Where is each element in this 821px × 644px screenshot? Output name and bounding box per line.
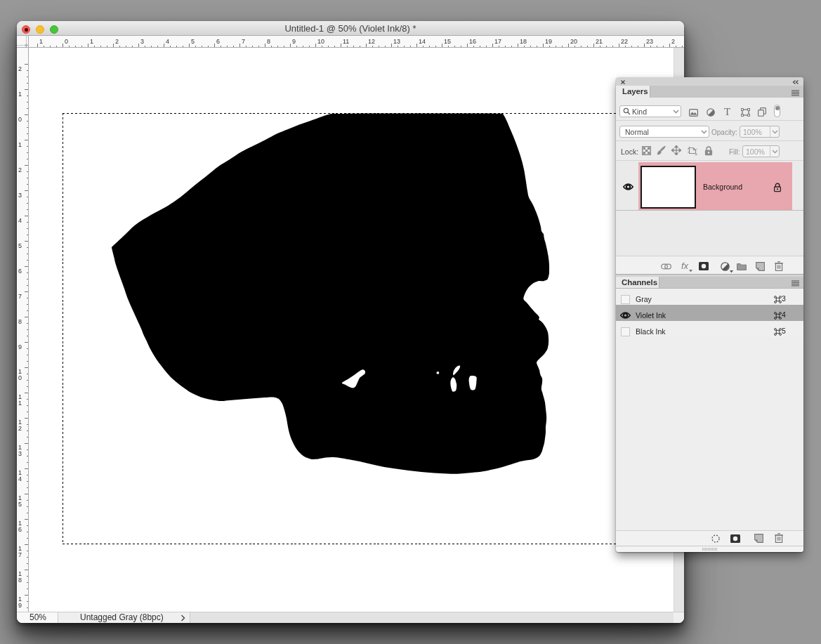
- svg-text:5: 5: [18, 501, 22, 508]
- svg-text:3: 3: [18, 450, 22, 457]
- svg-text:3: 3: [18, 192, 22, 199]
- svg-text:1: 1: [18, 141, 22, 148]
- svg-text:6: 6: [18, 268, 22, 275]
- svg-text:4: 4: [18, 475, 22, 482]
- svg-text:16: 16: [469, 38, 476, 45]
- svg-text:22: 22: [621, 38, 628, 45]
- svg-text:2: 2: [671, 38, 675, 45]
- svg-text:7: 7: [18, 551, 22, 558]
- svg-text:15: 15: [444, 38, 451, 45]
- svg-text:5: 5: [191, 38, 195, 45]
- svg-text:12: 12: [368, 38, 375, 45]
- svg-text:9: 9: [292, 38, 296, 45]
- svg-text:2: 2: [18, 65, 22, 72]
- svg-text:6: 6: [18, 526, 22, 533]
- svg-text:10: 10: [317, 38, 324, 45]
- svg-text:2: 2: [18, 166, 22, 173]
- svg-text:17: 17: [494, 38, 501, 45]
- svg-text:8: 8: [18, 318, 22, 325]
- svg-text:11: 11: [343, 38, 349, 45]
- svg-text:8: 8: [18, 577, 22, 584]
- svg-text:1: 1: [90, 38, 93, 45]
- svg-text:5: 5: [18, 242, 22, 249]
- svg-text:0: 0: [18, 374, 22, 381]
- svg-text:6: 6: [216, 38, 220, 45]
- svg-text:3: 3: [140, 38, 144, 45]
- svg-text:19: 19: [545, 38, 552, 45]
- svg-text:20: 20: [570, 38, 577, 45]
- svg-text:2: 2: [18, 425, 22, 432]
- svg-text:9: 9: [18, 602, 22, 609]
- svg-text:13: 13: [393, 38, 400, 45]
- svg-text:7: 7: [242, 38, 245, 45]
- svg-text:7: 7: [18, 293, 22, 300]
- svg-text:0: 0: [18, 116, 22, 123]
- svg-text:18: 18: [520, 38, 527, 45]
- svg-text:1: 1: [18, 400, 22, 407]
- svg-text:23: 23: [646, 38, 653, 45]
- svg-text:4: 4: [18, 217, 22, 224]
- svg-text:8: 8: [267, 38, 270, 45]
- svg-text:14: 14: [419, 38, 426, 45]
- svg-text:21: 21: [596, 38, 603, 45]
- svg-text:0: 0: [65, 38, 68, 45]
- svg-text:1: 1: [18, 91, 22, 98]
- svg-text:9: 9: [18, 343, 22, 350]
- svg-text:2: 2: [115, 38, 119, 45]
- svg-text:1: 1: [39, 38, 43, 45]
- svg-text:4: 4: [166, 38, 169, 45]
